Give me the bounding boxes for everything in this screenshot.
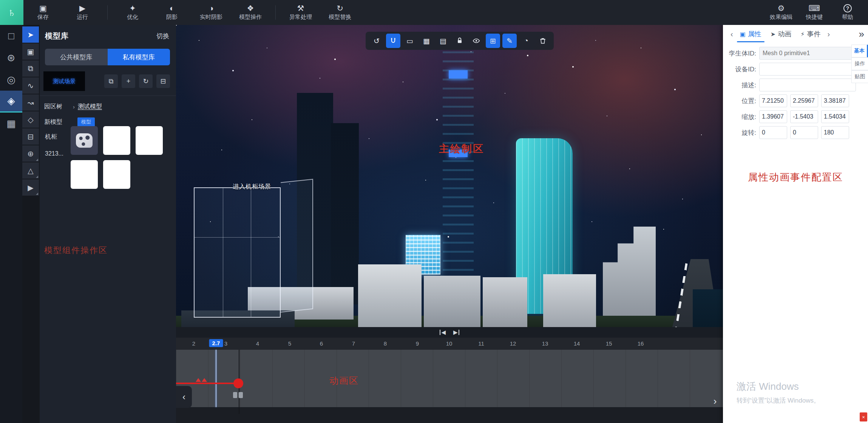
rotation-x-input[interactable] [759, 126, 787, 139]
sync-upload-button[interactable]: ↻ [139, 74, 153, 88]
orbit-icon: ↺ [374, 37, 380, 45]
add-model-button[interactable]: + [122, 74, 135, 88]
nav-model-library-button[interactable]: ◈ [0, 91, 22, 113]
optimize-button[interactable]: ✦ 优化 [113, 0, 152, 25]
tree-expander-icon[interactable]: › [73, 103, 75, 110]
side-tab-operation[interactable]: 操作 [851, 57, 868, 70]
tab-private-library[interactable]: 私有模型库 [108, 49, 170, 65]
category-rack-label: 机柜 [45, 133, 57, 141]
water [693, 289, 723, 327]
orbit-tool-button[interactable]: ↺ [369, 34, 384, 48]
enter-rack-scene-label[interactable]: 进入机柜场景 [233, 183, 271, 191]
paint-vector-button[interactable]: ✎ [502, 34, 517, 48]
monitor-view-button[interactable]: ▭ [403, 34, 417, 48]
help-button[interactable]: ? 帮助 [831, 0, 864, 25]
sphere-mode-button[interactable]: ◔ [519, 34, 533, 48]
model-thumbnail[interactable] [103, 126, 130, 155]
delete-object-button[interactable] [536, 34, 550, 48]
group-tool-button[interactable]: ⧉ [22, 60, 39, 77]
selection-wireframe-box[interactable] [194, 187, 281, 318]
description-input[interactable] [759, 79, 856, 91]
tab-properties[interactable]: ▣ 属性 [739, 27, 762, 41]
layers-button[interactable]: ▤ [436, 34, 450, 48]
copy-export-button[interactable]: ⧉ [104, 74, 118, 88]
playhead-time-badge[interactable]: 2.7 [209, 339, 223, 347]
cylinder-tool-button[interactable]: ⊟ [22, 128, 39, 145]
tree-item-test-model[interactable]: 测试模型 [78, 103, 102, 111]
tab-animation[interactable]: ➤ 动画 [770, 27, 792, 41]
3d-viewport[interactable]: 进入机柜场景 主绘制区 ↺ ▭ ▦ ▤ ⊞ ✎ ◔ [176, 25, 723, 327]
app-logo[interactable]: ♄ [0, 0, 23, 25]
frame-tool-button[interactable]: ▣ [22, 43, 39, 60]
nav-window-button[interactable]: □ [0, 25, 22, 47]
globe-icon: ⊕ [28, 149, 34, 158]
timeline-tracks[interactable] [176, 350, 723, 407]
model-thumbnail[interactable] [103, 160, 130, 189]
ruler-tick: 10 [446, 340, 453, 347]
globe-tool-button[interactable]: ⊕ [22, 145, 39, 162]
prism-tool-button[interactable]: △ [22, 162, 39, 179]
nav-palette-button[interactable]: ⊛ [0, 47, 22, 69]
model-operate-button[interactable]: ❖ 模型操作 [231, 0, 270, 25]
run-button[interactable]: ▶ 运行 [63, 0, 102, 25]
nav-city-button[interactable]: ▦ [0, 113, 22, 134]
group-link-icon: ⧉ [28, 64, 33, 73]
video-tool-button[interactable]: ▶ [22, 179, 39, 196]
switch-link[interactable]: 切换 [156, 32, 169, 40]
nav-record-button[interactable]: ◎ [0, 69, 22, 91]
magnet-snap-button[interactable] [386, 34, 400, 48]
grid-wall-button[interactable]: ⊞ [486, 34, 500, 48]
scene-select[interactable]: 测试场景 [43, 71, 85, 91]
timeline-collapse-left-button[interactable]: ‹ [176, 386, 192, 408]
model-badge[interactable]: 模型 [77, 117, 95, 127]
tabs-next-chevron[interactable]: › [825, 30, 832, 39]
tabs-prev-chevron[interactable]: ‹ [728, 30, 735, 39]
building-mode-button[interactable]: ▦ [419, 34, 434, 48]
position-z-input[interactable] [821, 94, 849, 107]
exception-handle-button[interactable]: ⚒ 异常处理 [281, 0, 320, 25]
lock-button[interactable] [453, 34, 467, 48]
side-tab-basic[interactable]: 基本 [851, 45, 868, 57]
timeline-collapse-right-button[interactable]: › [707, 393, 723, 409]
scale-x-input[interactable] [759, 110, 787, 123]
position-y-input[interactable] [790, 94, 818, 107]
gem-tool-button[interactable]: ◇ [22, 111, 39, 128]
device-id-input[interactable] [759, 63, 856, 76]
shadow-button[interactable]: ◐ 阴影 [152, 0, 192, 25]
tab-public-library[interactable]: 公共模型库 [45, 49, 108, 65]
scale-z-input[interactable] [821, 110, 849, 123]
model-thumbnail-rock[interactable] [71, 126, 98, 155]
corner-notification-badge[interactable]: × [860, 412, 867, 421]
building-dark-tower [331, 123, 359, 304]
model-thumbnail[interactable] [136, 126, 163, 155]
rotation-z-input[interactable] [821, 126, 849, 139]
model-replace-button[interactable]: ↻ 模型替换 [320, 0, 360, 25]
planet-logo-icon: ♄ [8, 6, 16, 19]
skip-to-end-button[interactable]: ▶ [453, 330, 459, 335]
rotation-y-input[interactable] [790, 126, 818, 139]
visibility-button[interactable] [469, 34, 483, 48]
playhead-line[interactable] [216, 350, 216, 407]
ruler-tick: 15 [606, 340, 612, 347]
delete-model-button[interactable]: ⊟ [156, 74, 170, 88]
building-slim-tower [443, 51, 474, 312]
model-thumbnail[interactable] [71, 160, 98, 189]
skip-to-start-button[interactable]: ◀ [440, 330, 446, 335]
effects-edit-button[interactable]: ⚙ 效果编辑 [765, 0, 798, 25]
position-x-input[interactable] [759, 94, 787, 107]
curve-tool-button[interactable]: ∿ [22, 77, 39, 94]
tab-events[interactable]: ⚡ 事件 [800, 27, 821, 41]
spline-tool-button[interactable]: ↝ [22, 94, 39, 111]
save-button[interactable]: ▣ 保存 [23, 0, 63, 25]
shortcuts-button[interactable]: ⌨ 快捷键 [798, 0, 831, 25]
realtime-shadow-button[interactable]: ◑ 实时阴影 [192, 0, 231, 25]
realtime-shadow-icon: ◑ [209, 4, 214, 12]
keyframe-handle-icon[interactable] [233, 392, 243, 398]
select-tool-button[interactable]: ➤ [22, 26, 39, 43]
scale-y-input[interactable] [790, 110, 818, 123]
twin-id-input[interactable] [759, 47, 856, 60]
side-tab-texture[interactable]: 贴图 [851, 70, 868, 83]
timeline-ruler[interactable]: 2 3 4 5 6 7 8 9 10 11 12 13 14 15 16 2.7 [176, 338, 723, 350]
keyframe-dot[interactable] [233, 378, 243, 388]
panel-expand-button[interactable]: » [859, 28, 864, 40]
